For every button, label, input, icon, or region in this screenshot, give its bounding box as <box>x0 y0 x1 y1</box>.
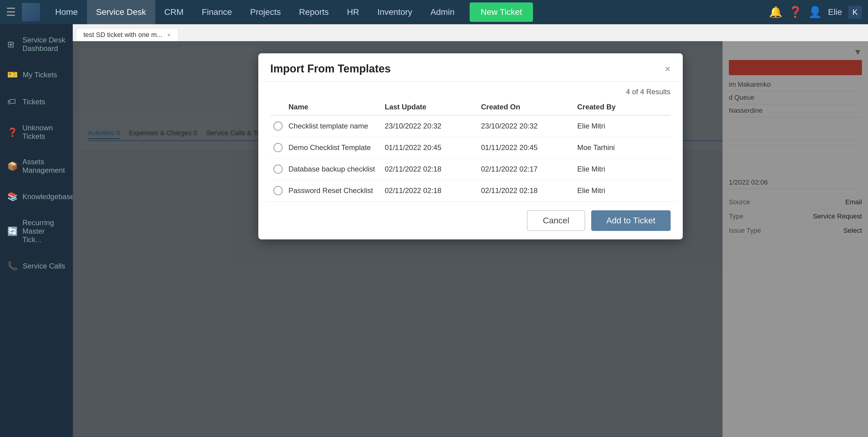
sidebar-item-label: Unknown Tickets <box>23 124 65 141</box>
sidebar-item-recurring[interactable]: 🔄 Recurring Master Tick... <box>0 210 73 252</box>
row-4-select[interactable] <box>271 186 286 195</box>
row-3-last-update: 02/11/2022 02:18 <box>382 165 478 173</box>
sidebar-item-knowledgebase[interactable]: 📚 Knowledgebase <box>0 183 73 210</box>
nav-right-icons: 🔔 ❓ 👤 Elie K <box>769 6 862 19</box>
nav-links: Home Service Desk CRM Finance Projects R… <box>46 0 757 24</box>
tab-bar: test SD ticket with one m... × <box>73 24 868 41</box>
col-last-update: Last Update <box>382 103 478 111</box>
sidebar-item-dashboard[interactable]: ⊞ Service Desk Dashboard <box>0 27 73 61</box>
sidebar-item-unknown-tickets[interactable]: ❓ Unknown Tickets <box>0 115 73 149</box>
row-1-last-update: 23/10/2022 20:32 <box>382 122 478 130</box>
row-2-select[interactable] <box>271 143 286 152</box>
table-row: Password Reset Checklist 02/11/2022 02:1… <box>271 180 671 201</box>
row-1-created-by: Elie Mitri <box>574 122 671 130</box>
table-row: Database backup checklist 02/11/2022 02:… <box>271 158 671 180</box>
sidebar-item-label: Service Desk Dashboard <box>23 36 65 53</box>
modal-close-button[interactable]: × <box>665 64 671 74</box>
radio-2[interactable] <box>274 143 283 152</box>
modal-backdrop: Import From Templates × 4 of 4 Results N… <box>73 41 868 437</box>
top-nav: ☰ Home Service Desk CRM Finance Projects… <box>0 0 868 24</box>
nav-projects[interactable]: Projects <box>241 0 290 24</box>
recurring-icon: 🔄 <box>7 226 18 237</box>
modal-body: 4 of 4 Results Name Last Update Created … <box>258 82 683 201</box>
modal-footer: Cancel Add to Ticket <box>258 201 683 240</box>
col-name: Name <box>286 103 382 111</box>
knowledgebase-icon: 📚 <box>7 191 18 201</box>
results-count: 4 of 4 Results <box>271 82 671 99</box>
table-row: Demo Checklist Template 01/11/2022 20:45… <box>271 137 671 158</box>
assets-icon: 📦 <box>7 161 18 171</box>
add-to-ticket-button[interactable]: Add to Ticket <box>591 210 671 231</box>
my-tickets-icon: 🎫 <box>7 70 18 80</box>
unknown-tickets-icon: ❓ <box>7 127 18 137</box>
nav-admin[interactable]: Admin <box>422 0 464 24</box>
row-3-select[interactable] <box>271 164 286 174</box>
row-4-last-update: 02/11/2022 02:18 <box>382 186 478 195</box>
row-2-created-by: Moe Tarhini <box>574 143 671 152</box>
tickets-icon: 🏷 <box>7 97 18 107</box>
notification-bell-icon[interactable]: 🔔 <box>769 6 782 19</box>
import-templates-modal: Import From Templates × 4 of 4 Results N… <box>258 53 683 240</box>
table-header: Name Last Update Created On Created By <box>271 99 671 116</box>
row-2-name: Demo Checklist Template <box>286 143 382 152</box>
sidebar-item-label: Recurring Master Tick... <box>23 218 65 244</box>
tab-ticket[interactable]: test SD ticket with one m... × <box>76 28 178 41</box>
sidebar-item-my-tickets[interactable]: 🎫 My Tickets <box>0 61 73 88</box>
sidebar-item-label: My Tickets <box>23 71 57 79</box>
new-ticket-button[interactable]: New Ticket <box>470 2 533 22</box>
sidebar-item-label: Knowledgebase <box>23 192 74 201</box>
row-1-select[interactable] <box>271 122 286 131</box>
dashboard-icon: ⊞ <box>7 39 18 50</box>
avatar <box>22 3 40 21</box>
sidebar-item-assets[interactable]: 📦 Assets Management <box>0 149 73 183</box>
cancel-button[interactable]: Cancel <box>527 210 585 231</box>
radio-3[interactable] <box>274 164 283 174</box>
row-1-name: Checklist template name <box>286 122 382 130</box>
col-select <box>271 103 286 111</box>
sidebar-item-service-calls[interactable]: 📞 Service Calls <box>0 252 73 279</box>
tab-close-icon[interactable]: × <box>167 32 171 38</box>
row-4-name: Password Reset Checklist <box>286 186 382 195</box>
row-4-created-on: 02/11/2022 02:18 <box>478 186 575 195</box>
row-2-last-update: 01/11/2022 20:45 <box>382 143 478 152</box>
col-created-on: Created On <box>478 103 575 111</box>
row-4-created-by: Elie Mitri <box>574 186 671 195</box>
sidebar-item-label: Service Calls <box>23 262 65 270</box>
tab-label: test SD ticket with one m... <box>83 31 162 39</box>
hamburger-icon[interactable]: ☰ <box>6 6 16 19</box>
row-3-created-on: 02/11/2022 02:17 <box>478 165 575 173</box>
help-icon[interactable]: ❓ <box>788 6 802 19</box>
sidebar: ⊞ Service Desk Dashboard 🎫 My Tickets 🏷 … <box>0 24 73 437</box>
radio-4[interactable] <box>274 186 283 195</box>
nav-service-desk[interactable]: Service Desk <box>87 0 155 24</box>
row-1-created-on: 23/10/2022 20:32 <box>478 122 575 130</box>
row-2-created-on: 01/11/2022 20:45 <box>478 143 575 152</box>
k-icon: K <box>848 6 862 19</box>
username: Elie <box>828 7 842 17</box>
nav-reports[interactable]: Reports <box>290 0 338 24</box>
sidebar-item-label: Tickets <box>23 98 45 106</box>
row-3-name: Database backup checklist <box>286 165 382 173</box>
col-created-by: Created By <box>574 103 671 111</box>
nav-crm[interactable]: CRM <box>155 0 193 24</box>
service-calls-icon: 📞 <box>7 261 18 271</box>
sidebar-item-tickets[interactable]: 🏷 Tickets <box>0 88 73 115</box>
nav-hr[interactable]: HR <box>338 0 368 24</box>
table-row: Checklist template name 23/10/2022 20:32… <box>271 116 671 137</box>
nav-finance[interactable]: Finance <box>192 0 241 24</box>
user-avatar-icon: 👤 <box>808 6 822 19</box>
nav-inventory[interactable]: Inventory <box>368 0 422 24</box>
nav-home[interactable]: Home <box>46 0 87 24</box>
row-3-created-by: Elie Mitri <box>574 165 671 173</box>
modal-title: Import From Templates <box>271 62 391 75</box>
sidebar-item-label: Assets Management <box>23 158 65 175</box>
modal-header: Import From Templates × <box>258 53 683 82</box>
radio-1[interactable] <box>274 122 283 131</box>
